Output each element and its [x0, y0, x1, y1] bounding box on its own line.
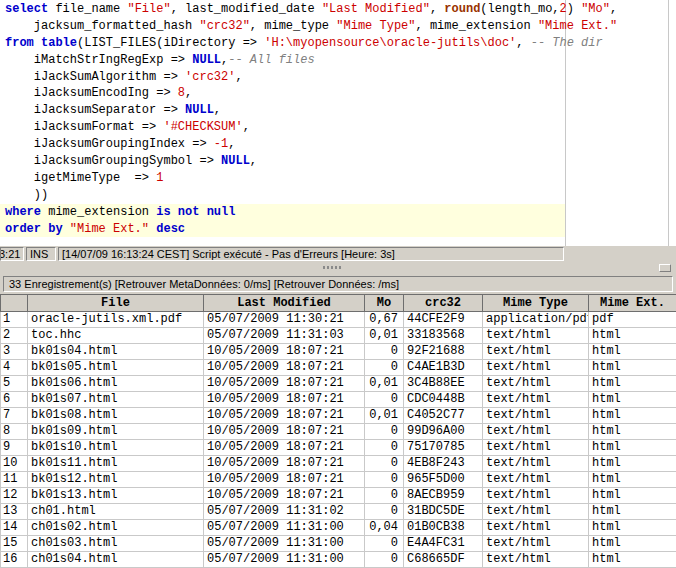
cell-mime-type[interactable]: text/html [483, 408, 589, 424]
cell-mime-type[interactable]: text/html [483, 536, 589, 552]
cell-crc32[interactable]: 92F21688 [404, 344, 483, 360]
cell-last-modified[interactable]: 05/07/2009 11:30:21 [204, 312, 365, 328]
cell-last-modified[interactable]: 05/07/2009 11:31:02 [204, 504, 365, 520]
cell-last-modified[interactable]: 10/05/2009 18:07:21 [204, 488, 365, 504]
cell-mo[interactable]: 0 [365, 536, 404, 552]
code-line[interactable]: select file_name "File", last_modified_d… [0, 1, 565, 18]
code-line[interactable]: iMatchStrIngRegExp => NULL,-- All files [0, 52, 565, 69]
cell-mo[interactable]: 0,01 [365, 328, 404, 344]
cell-mime-ext[interactable]: html [589, 344, 676, 360]
row-number[interactable]: 8 [1, 424, 28, 440]
table-row[interactable]: 10bk01s11.html10/05/2009 18:07:2104EB8F2… [1, 456, 676, 472]
cell-last-modified[interactable]: 10/05/2009 18:07:21 [204, 344, 365, 360]
cell-last-modified[interactable]: 10/05/2009 18:07:21 [204, 472, 365, 488]
cell-crc32[interactable]: E4A4FC31 [404, 536, 483, 552]
cell-mo[interactable]: 0 [365, 424, 404, 440]
cell-mime-type[interactable]: text/html [483, 328, 589, 344]
cell-crc32[interactable]: 33183568 [404, 328, 483, 344]
row-number[interactable]: 16 [1, 552, 28, 568]
cell-last-modified[interactable]: 05/07/2009 11:31:00 [204, 552, 365, 568]
sql-editor[interactable]: select file_name "File", last_modified_d… [0, 0, 676, 246]
cell-crc32[interactable]: CDC0448B [404, 392, 483, 408]
row-number[interactable]: 6 [1, 392, 28, 408]
cell-file[interactable]: toc.hhc [28, 328, 204, 344]
column-header[interactable]: crc32 [404, 295, 483, 312]
table-row[interactable]: 16ch01s04.html05/07/2009 11:31:000C68665… [1, 552, 676, 568]
cell-last-modified[interactable]: 10/05/2009 18:07:21 [204, 376, 365, 392]
cell-file[interactable]: bk01s11.html [28, 456, 204, 472]
cell-mime-ext[interactable]: html [589, 360, 676, 376]
row-number[interactable]: 1 [1, 312, 28, 328]
cell-file[interactable]: ch01s04.html [28, 552, 204, 568]
editor-scrollbar-track[interactable] [668, 0, 669, 246]
cell-file[interactable]: oracle-jutils.xml.pdf [28, 312, 204, 328]
cell-crc32[interactable]: 01B0CB38 [404, 520, 483, 536]
row-number[interactable]: 5 [1, 376, 28, 392]
cell-last-modified[interactable]: 05/07/2009 11:31:00 [204, 520, 365, 536]
splitter[interactable] [0, 262, 676, 274]
table-row[interactable]: 7bk01s08.html10/05/2009 18:07:210,01C405… [1, 408, 676, 424]
cell-mime-ext[interactable]: html [589, 536, 676, 552]
cell-mo[interactable]: 0,01 [365, 408, 404, 424]
row-number[interactable]: 15 [1, 536, 28, 552]
cell-mime-type[interactable]: text/html [483, 552, 589, 568]
cell-crc32[interactable]: 44CFE2F9 [404, 312, 483, 328]
cell-mo[interactable]: 0 [365, 344, 404, 360]
cell-mime-ext[interactable]: html [589, 376, 676, 392]
cell-last-modified[interactable]: 05/07/2009 11:31:03 [204, 328, 365, 344]
cell-file[interactable]: bk01s04.html [28, 344, 204, 360]
cell-mo[interactable]: 0,01 [365, 376, 404, 392]
cell-mime-ext[interactable]: html [589, 424, 676, 440]
cell-file[interactable]: bk01s05.html [28, 360, 204, 376]
code-line[interactable]: iJacksumFormat => '#CHECKSUM', [0, 119, 565, 136]
cell-crc32[interactable]: C68665DF [404, 552, 483, 568]
code-line[interactable]: where mime_extension is not null [0, 204, 565, 221]
cell-mime-ext[interactable]: html [589, 408, 676, 424]
cell-crc32[interactable]: 3C4B88EE [404, 376, 483, 392]
cell-mime-ext[interactable]: html [589, 520, 676, 536]
table-row[interactable]: 11bk01s12.html10/05/2009 18:07:210965F5D… [1, 472, 676, 488]
table-row[interactable]: 9bk01s10.html10/05/2009 18:07:2107517078… [1, 440, 676, 456]
code-line[interactable]: iJacksumGroupingIndex => -1, [0, 136, 565, 153]
code-line[interactable]: igetMimeType => 1 [0, 170, 565, 187]
cell-mime-type[interactable]: text/html [483, 520, 589, 536]
cell-mo[interactable]: 0 [365, 440, 404, 456]
code-line[interactable]: from table(LIST_FILES(iDirectory => 'H:\… [0, 35, 565, 52]
cell-mo[interactable]: 0 [365, 360, 404, 376]
cell-mime-type[interactable]: text/html [483, 456, 589, 472]
cell-file[interactable]: ch01s02.html [28, 520, 204, 536]
row-number[interactable]: 2 [1, 328, 28, 344]
cell-crc32[interactable]: C4052C77 [404, 408, 483, 424]
cell-crc32[interactable]: 99D96A00 [404, 424, 483, 440]
cell-mo[interactable]: 0 [365, 472, 404, 488]
code-line[interactable]: jacksum_formatted_hash "crc32", mime_typ… [0, 18, 565, 35]
code-line[interactable]: )) [0, 187, 565, 204]
table-row[interactable]: 2toc.hhc05/07/2009 11:31:030,0133183568t… [1, 328, 676, 344]
row-number[interactable]: 4 [1, 360, 28, 376]
cell-mime-type[interactable]: text/html [483, 392, 589, 408]
code-line[interactable]: iJackSumAlgorithm => 'crc32', [0, 69, 565, 86]
cell-last-modified[interactable]: 10/05/2009 18:07:21 [204, 408, 365, 424]
table-row[interactable]: 15ch01s03.html05/07/2009 11:31:000E4A4FC… [1, 536, 676, 552]
cell-crc32[interactable]: 75170785 [404, 440, 483, 456]
cell-mime-type[interactable]: text/html [483, 360, 589, 376]
table-row[interactable]: 4bk01s05.html10/05/2009 18:07:210C4AE1B3… [1, 360, 676, 376]
cell-mime-type[interactable]: text/html [483, 424, 589, 440]
cell-mime-ext[interactable]: html [589, 456, 676, 472]
row-number-header[interactable] [1, 295, 28, 312]
cell-last-modified[interactable]: 10/05/2009 18:07:21 [204, 456, 365, 472]
cell-file[interactable]: bk01s07.html [28, 392, 204, 408]
cell-mime-ext[interactable]: html [589, 472, 676, 488]
row-number[interactable]: 9 [1, 440, 28, 456]
cell-last-modified[interactable]: 10/05/2009 18:07:21 [204, 424, 365, 440]
cell-mime-ext[interactable]: html [589, 488, 676, 504]
cell-mime-ext[interactable]: html [589, 552, 676, 568]
cell-file[interactable]: ch01s03.html [28, 536, 204, 552]
cell-mime-type[interactable]: text/html [483, 344, 589, 360]
cell-last-modified[interactable]: 10/05/2009 18:07:21 [204, 392, 365, 408]
table-row[interactable]: 6bk01s07.html10/05/2009 18:07:210CDC0448… [1, 392, 676, 408]
cell-crc32[interactable]: 8AECB959 [404, 488, 483, 504]
row-number[interactable]: 7 [1, 408, 28, 424]
cell-file[interactable]: bk01s09.html [28, 424, 204, 440]
code-line[interactable]: iJacksumSeparator => NULL, [0, 102, 565, 119]
